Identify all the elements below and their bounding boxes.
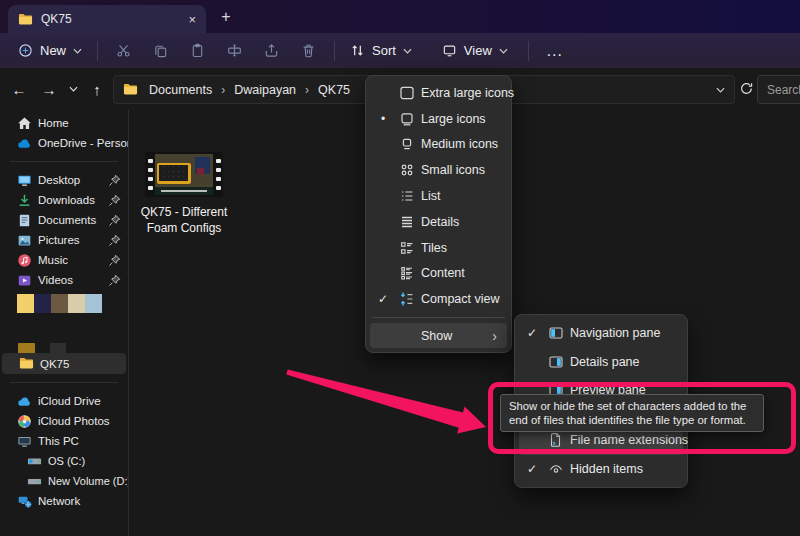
video-frame: [155, 154, 213, 195]
menu-item-medium-icons[interactable]: Medium icons: [370, 132, 507, 158]
breadcrumb: Documents › Dwaipayan › QK75: [145, 81, 354, 99]
sidebar-item-home[interactable]: Home: [0, 113, 128, 133]
history-chevron-button[interactable]: [60, 68, 86, 110]
menu-item-compact-view[interactable]: ✓ Compact view: [370, 286, 507, 312]
video-thumbnail: [145, 152, 223, 197]
refresh-button[interactable]: [739, 81, 754, 96]
sidebar-item-pictures[interactable]: Pictures: [0, 230, 128, 250]
view-button[interactable]: View: [434, 37, 516, 64]
menu-item-hidden-items[interactable]: ✓ Hidden items: [519, 455, 683, 483]
menu-item-small-icons[interactable]: Small icons: [370, 157, 507, 183]
menu-item-large-icons[interactable]: • Large icons: [370, 106, 507, 132]
sidebar-item-qk75[interactable]: QK75: [2, 353, 126, 374]
breadcrumb-label[interactable]: QK75: [314, 81, 354, 99]
sidebar-quick-group: Home OneDrive - Personal: [0, 113, 128, 153]
address-dropdown-button[interactable]: [716, 87, 725, 93]
sidebar-item-new-volume-d[interactable]: New Volume (D:): [0, 471, 128, 491]
pin-icon: [108, 174, 121, 187]
command-toolbar: New Sort View …: [0, 33, 800, 68]
sidebar-item-label: This PC: [38, 435, 79, 447]
sort-icon: [350, 43, 365, 58]
sidebar-item-label: Music: [38, 254, 68, 266]
menu-item-navigation-pane[interactable]: ✓ Navigation pane: [519, 319, 683, 347]
up-button[interactable]: ↑: [84, 68, 110, 110]
folder-icon: [19, 356, 34, 371]
file-name-label: QK75 - Different Foam Configs: [134, 204, 234, 236]
drive-win-icon: [27, 454, 42, 469]
tab-bar: QK75 × +: [0, 0, 800, 33]
sidebar-item-onedrive-personal[interactable]: OneDrive - Personal: [0, 133, 128, 153]
sidebar-item-os-c[interactable]: OS (C:): [0, 451, 128, 471]
breadcrumb-label[interactable]: Documents: [145, 81, 216, 99]
sidebar-item-documents[interactable]: Documents: [0, 210, 128, 230]
download-icon: [17, 193, 32, 208]
menu-item-label: Large icons: [421, 112, 486, 126]
more-options-button[interactable]: …: [536, 41, 574, 61]
delete-button[interactable]: [290, 38, 327, 63]
new-button[interactable]: New: [10, 37, 90, 64]
sidebar-item-icloud-drive[interactable]: iCloud Drive: [0, 391, 128, 411]
menu-item-state-mark: •: [370, 112, 396, 126]
menu-item-list[interactable]: List: [370, 183, 507, 209]
pin-icon: [108, 274, 121, 287]
menu-item-label: File name extensions: [570, 433, 688, 447]
menu-item-tiles[interactable]: Tiles: [370, 235, 507, 261]
chevron-down-icon: [73, 48, 82, 54]
breadcrumb-label[interactable]: Dwaipayan: [230, 81, 300, 99]
breadcrumb-item[interactable]: QK75: [314, 81, 354, 99]
rename-button[interactable]: [216, 38, 253, 63]
paste-button[interactable]: [179, 38, 216, 63]
music-icon: [17, 253, 32, 268]
lg-icons-icon: [396, 111, 418, 127]
menu-item-label: Details pane: [570, 355, 640, 369]
explorer-tab[interactable]: QK75 ×: [8, 5, 206, 33]
sidebar-item-desktop[interactable]: Desktop: [0, 170, 128, 190]
document-icon: [17, 213, 32, 228]
share-button[interactable]: [253, 38, 290, 63]
menu-separator: [372, 317, 505, 318]
sidebar-item-this-pc[interactable]: This PC: [0, 431, 128, 451]
share-icon: [264, 43, 279, 58]
sidebar-drives-group: iCloud Drive iCloud Photos This PC OS (C…: [0, 391, 128, 511]
pc-icon: [17, 434, 32, 449]
sidebar-item-videos[interactable]: Videos: [0, 270, 128, 290]
toolbar-divider: [97, 41, 98, 61]
breadcrumb-item[interactable]: Dwaipayan ›: [230, 81, 314, 99]
menu-item-label: Extra large icons: [421, 86, 514, 100]
sidebar-item-icloud-photos[interactable]: iCloud Photos: [0, 411, 128, 431]
copy-button[interactable]: [142, 38, 179, 63]
compact-view-icon: [396, 291, 418, 307]
menu-item-extra-large-icons[interactable]: Extra large icons: [370, 80, 507, 106]
back-button[interactable]: ←: [6, 68, 32, 110]
sm-icons-icon: [396, 162, 418, 178]
sidebar-item-network[interactable]: Network: [0, 491, 128, 511]
desktop-icon: [17, 173, 32, 188]
menu-item-show[interactable]: Show ›: [370, 323, 507, 348]
nav-pane-icon: [545, 325, 567, 341]
sidebar-item-music[interactable]: Music: [0, 250, 128, 270]
search-input[interactable]: Search: [757, 75, 800, 104]
new-tab-button[interactable]: +: [214, 7, 238, 29]
menu-item-content[interactable]: Content: [370, 261, 507, 287]
sort-button[interactable]: Sort: [342, 37, 420, 64]
menu-item-details-pane[interactable]: Details pane: [519, 347, 683, 375]
cut-button[interactable]: [105, 38, 142, 63]
breadcrumb-item[interactable]: Documents ›: [145, 81, 230, 99]
sort-label: Sort: [372, 43, 396, 58]
menu-item-details[interactable]: Details: [370, 209, 507, 235]
file-item[interactable]: QK75 - Different Foam Configs: [134, 152, 234, 236]
toolbar-divider: [334, 41, 335, 61]
tab-close-icon[interactable]: ×: [188, 13, 196, 26]
file-extensions-tooltip: Show or hide the set of characters added…: [500, 394, 764, 432]
folder-icon: [18, 12, 33, 27]
menu-item-label: Details: [421, 215, 459, 229]
forward-button[interactable]: →: [36, 68, 62, 110]
folder-icon: [123, 82, 138, 97]
partial-folder-thumbnail: [50, 343, 66, 353]
color-swatch: [51, 294, 68, 313]
copy-icon: [153, 43, 168, 58]
menu-item-state-mark: ✓: [519, 462, 545, 476]
sidebar-item-downloads[interactable]: Downloads: [0, 190, 128, 210]
refresh-icon: [739, 81, 754, 96]
list-view-icon: [396, 188, 418, 204]
